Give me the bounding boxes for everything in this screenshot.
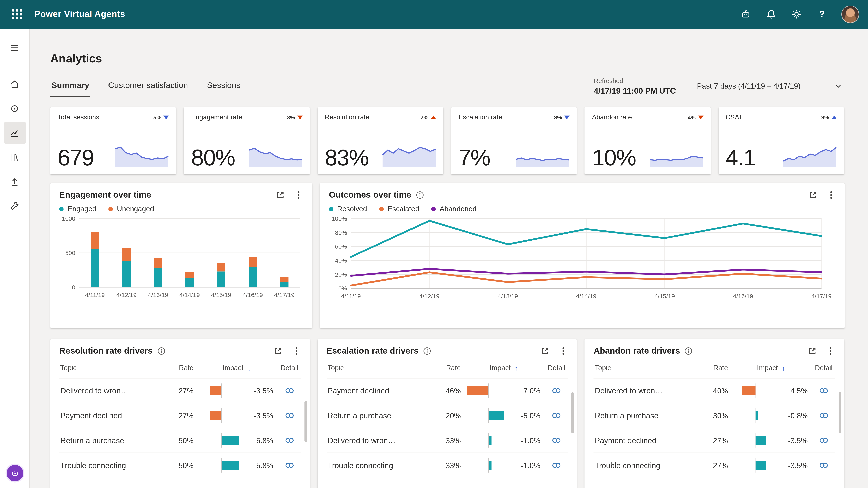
- sidebar-item-analytics[interactable]: [4, 122, 26, 144]
- info-icon[interactable]: [416, 191, 424, 199]
- detail-link-icon[interactable]: [812, 385, 835, 396]
- more-options-kebab-icon[interactable]: [826, 346, 835, 355]
- abandon-rate-drivers-card: Abandon rate drivers: [585, 339, 844, 488]
- detail-link-icon[interactable]: [545, 435, 568, 446]
- kpi-delta: 5%: [153, 114, 169, 120]
- sidebar-item-publish[interactable]: [4, 170, 26, 193]
- svg-text:4/11/19: 4/11/19: [85, 292, 105, 298]
- popout-icon[interactable]: [540, 346, 550, 355]
- impact-bar: [196, 433, 247, 448]
- kpi-engagement-rate: Engagement rate 3% 80%: [184, 107, 310, 174]
- kpi-sparkline: [382, 140, 436, 168]
- more-options-kebab-icon[interactable]: [291, 346, 301, 355]
- date-range-dropdown[interactable]: Past 7 days (4/11/19 – 4/17/19): [695, 78, 844, 95]
- legend-dot: [329, 207, 333, 211]
- notifications-bell-icon[interactable]: [765, 8, 777, 21]
- detail-link-icon[interactable]: [545, 385, 568, 396]
- kpi-escalation-rate: Escalation rate 8% 7%: [451, 107, 577, 174]
- scrollbar-thumb[interactable]: [839, 392, 841, 433]
- legend-abandoned: Abandoned: [431, 205, 476, 213]
- info-icon[interactable]: [684, 347, 692, 355]
- tab-customer-satisfaction[interactable]: Customer satisfaction: [107, 78, 189, 97]
- app-launcher-icon[interactable]: [9, 6, 26, 23]
- svg-text:1000: 1000: [62, 215, 75, 222]
- column-header-topic: Topic: [59, 364, 167, 372]
- info-icon[interactable]: [157, 347, 165, 355]
- svg-text:80%: 80%: [335, 229, 347, 236]
- app-title: Power Virtual Agents: [34, 9, 125, 20]
- kpi-csat: CSAT 9% 4.1: [718, 107, 844, 174]
- impact-bar: [463, 383, 514, 398]
- svg-text:4/17/19: 4/17/19: [811, 293, 832, 299]
- bot-avatar-badge[interactable]: [6, 465, 23, 481]
- tab-summary[interactable]: Summary: [51, 78, 90, 97]
- legend-dot: [59, 207, 64, 211]
- outcomes-line-chart: 4/11/194/12/194/13/194/14/194/15/194/16/…: [329, 214, 836, 306]
- sidebar-item-home[interactable]: [4, 73, 26, 95]
- info-icon[interactable]: [423, 347, 431, 355]
- popout-icon[interactable]: [273, 346, 283, 355]
- help-icon[interactable]: ?: [816, 8, 828, 21]
- kpi-delta: 4%: [688, 114, 703, 120]
- user-avatar[interactable]: [841, 6, 859, 23]
- svg-text:4/15/19: 4/15/19: [654, 293, 675, 299]
- engagement-over-time-card: Engagement over time Engaged Uneng: [51, 183, 312, 328]
- popout-icon[interactable]: [808, 346, 817, 355]
- svg-text:20%: 20%: [335, 271, 347, 278]
- card-title: Resolution rate drivers: [59, 346, 153, 356]
- popout-icon[interactable]: [808, 190, 817, 200]
- sidebar-item-library[interactable]: [4, 146, 26, 168]
- svg-text:4/15/19: 4/15/19: [211, 292, 231, 298]
- detail-link-icon[interactable]: [278, 435, 301, 446]
- column-header-topic: Topic: [327, 364, 434, 372]
- table-row: Delivered to wron…33% -1.0%: [327, 428, 568, 453]
- impact-bar: [730, 458, 781, 473]
- detail-link-icon[interactable]: [812, 435, 835, 446]
- column-header-impact[interactable]: Impact↑: [730, 364, 812, 372]
- svg-text:60%: 60%: [335, 243, 347, 250]
- detail-link-icon[interactable]: [278, 410, 301, 421]
- chevron-down-icon: [835, 83, 842, 90]
- detail-link-icon[interactable]: [278, 460, 301, 471]
- test-bot-icon[interactable]: [740, 8, 752, 21]
- svg-text:4/12/19: 4/12/19: [419, 293, 439, 299]
- scrollbar-thumb[interactable]: [304, 401, 307, 442]
- more-options-kebab-icon[interactable]: [294, 190, 303, 200]
- settings-gear-icon[interactable]: [790, 8, 803, 21]
- more-options-kebab-icon[interactable]: [559, 346, 568, 355]
- trend-arrow-icon: [163, 116, 169, 119]
- column-header-detail: Detail: [812, 364, 835, 372]
- svg-text:4/13/19: 4/13/19: [148, 292, 168, 298]
- detail-link-icon[interactable]: [278, 385, 301, 396]
- table-row: Payment declined27% -3.5%: [59, 403, 301, 428]
- table-row: Payment declined46% 7.0%: [327, 378, 568, 403]
- column-header-impact[interactable]: Impact↑: [463, 364, 545, 372]
- sidebar-item-manage-wrench[interactable]: [4, 195, 26, 217]
- column-header-impact[interactable]: Impact↓: [196, 364, 278, 372]
- svg-text:4/11/19: 4/11/19: [341, 293, 361, 299]
- detail-link-icon[interactable]: [812, 460, 835, 471]
- kpi-value: 4.1: [725, 147, 755, 169]
- detail-link-icon[interactable]: [545, 460, 568, 471]
- legend-resolved: Resolved: [329, 205, 367, 213]
- detail-link-icon[interactable]: [545, 410, 568, 421]
- kpi-sparkline: [115, 140, 169, 168]
- kpi-row: Total sessions 5% 679 Engagement rate 3%…: [51, 107, 844, 174]
- kpi-value: 7%: [458, 147, 490, 169]
- popout-icon[interactable]: [276, 190, 285, 200]
- detail-link-icon[interactable]: [812, 410, 835, 421]
- svg-text:4/14/19: 4/14/19: [179, 292, 200, 298]
- tab-bar: Summary Customer satisfaction Sessions: [51, 78, 242, 97]
- more-options-kebab-icon[interactable]: [827, 190, 836, 200]
- svg-text:100%: 100%: [332, 215, 347, 222]
- sidebar-item-chatbot[interactable]: [4, 97, 26, 120]
- table-row: Payment declined27% -3.5%: [593, 428, 835, 453]
- scrollbar-thumb[interactable]: [571, 392, 574, 433]
- sidebar: [0, 29, 30, 488]
- kpi-label: Abandon rate: [592, 113, 632, 121]
- kpi-total-sessions: Total sessions 5% 679: [51, 107, 176, 174]
- menu-toggle-icon[interactable]: [4, 37, 26, 59]
- legend-engaged: Engaged: [59, 205, 96, 213]
- tab-sessions[interactable]: Sessions: [206, 78, 242, 97]
- table-row: Return a purchase50% 5.8%: [59, 428, 301, 453]
